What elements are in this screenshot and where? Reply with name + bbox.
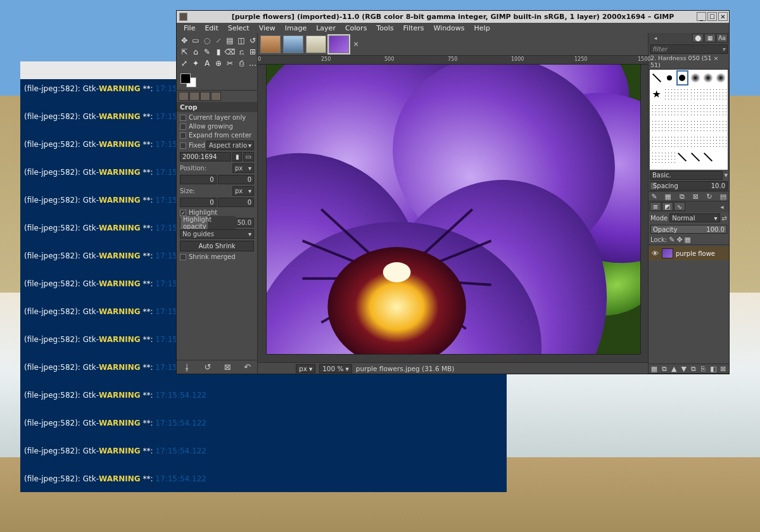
brush-swatch[interactable] [702,134,714,149]
duplicate-brush-icon[interactable]: ⧉ [678,193,687,201]
duplicate-layer-icon[interactable]: ⧉ [689,365,698,373]
menu-select[interactable]: Select [224,23,254,33]
tool-button[interactable]: ◫ [236,35,246,46]
brush-swatch[interactable] [676,86,688,101]
open-brush-icon[interactable]: ▤ [719,193,728,201]
brush-swatch[interactable] [689,118,701,133]
tool-button[interactable]: ✎ [202,47,212,57]
menu-edit[interactable]: Edit [200,23,222,33]
new-group-icon[interactable]: ⧉ [660,365,669,373]
tool-button[interactable]: ✦ [191,58,201,68]
opt-highlight[interactable]: Highlight [180,209,254,216]
doc-thumb[interactable] [306,35,326,53]
doc-thumb-active[interactable] [329,35,349,53]
tool-button[interactable]: ⎙ [236,58,246,68]
brush-swatch[interactable] [676,134,688,149]
tool-button[interactable]: ⊕ [213,58,224,68]
layer-row[interactable]: 👁 purple flowe [649,246,729,260]
maximize-button[interactable]: ☐ [707,12,717,21]
gimp-titlebar[interactable]: [purple flowers] (imported)-11.0 (RGB co… [177,11,729,23]
tool-button[interactable]: … [248,58,258,68]
size-unit-select[interactable]: px▾ [232,186,254,196]
zoom-select[interactable]: 100 % ▾ [319,364,352,373]
brush-swatch[interactable] [702,102,714,117]
opt-shrink-merged[interactable]: Shrink merged [180,253,254,260]
highlight-opacity-value[interactable]: 50.0 [236,219,253,226]
brush-swatch[interactable] [715,149,727,165]
opt-current-layer-only[interactable]: Current layer only [180,114,254,121]
tool-button[interactable]: ✂ [225,58,235,68]
aspect-portrait-button[interactable]: ▮ [232,152,242,162]
tab-patterns-icon[interactable]: ▦ [704,34,716,42]
unit-select[interactable]: px ▾ [296,364,315,373]
tab-thumb[interactable] [200,92,210,101]
size-h-input[interactable]: 0 [218,198,255,207]
doc-thumb[interactable] [283,35,303,53]
brush-swatch[interactable] [663,118,675,133]
edit-brush-icon[interactable]: ✎ [650,193,659,201]
brush-swatch[interactable] [689,70,701,86]
fg-bg-swatch[interactable] [180,73,198,87]
tab-thumb[interactable] [211,92,221,101]
close-tab-button[interactable]: × [352,35,360,53]
tool-button[interactable]: ⤢ [179,58,189,68]
opt-expand-from-center[interactable]: Expand from center [180,132,254,139]
minimize-button[interactable]: _ [697,12,706,21]
tool-button[interactable]: ✥ [179,35,189,46]
menu-layer[interactable]: Layer [312,23,340,33]
menu-tools[interactable]: Tools [372,23,398,33]
tab-layers-icon[interactable]: ≣ [650,202,661,211]
save-options-icon[interactable]: ⭳ [183,362,191,372]
brush-swatch[interactable] [689,86,701,101]
brush-filter-input[interactable]: filter▾ [650,44,728,54]
tab-fonts-icon[interactable]: Aa [716,34,728,42]
brush-swatch[interactable] [715,86,727,101]
brush-swatch[interactable] [702,86,714,101]
aspect-value[interactable]: 2000:1694 [180,152,231,162]
ruler-vertical[interactable] [258,65,267,354]
tab-channels-icon[interactable]: ◩ [662,202,673,211]
tool-button[interactable]: ⇱ [179,47,189,57]
brush-swatch[interactable] [663,149,675,165]
dock-menu-icon[interactable]: ◂ [716,202,728,211]
delete-layer-icon[interactable]: ⊠ [719,365,728,373]
brush-swatch[interactable] [689,102,701,117]
position-unit-select[interactable]: px▾ [232,163,254,173]
lock-pixel-icon[interactable]: ✎ [669,236,674,244]
ruler-horizontal[interactable]: 0250500750100012501500 [258,56,648,65]
layer-thumbnail[interactable] [662,248,673,258]
brush-swatch[interactable] [650,70,662,86]
brush-swatch[interactable] [676,149,688,165]
tab-thumb[interactable] [189,92,200,101]
restore-options-icon[interactable]: ↺ [204,362,211,372]
position-x-input[interactable]: 0 [180,175,217,184]
raise-layer-icon[interactable]: ▲ [669,365,678,373]
menu-filters[interactable]: Filters [398,23,428,33]
brush-swatch[interactable]: ★ [650,86,662,101]
aspect-landscape-button[interactable]: ▭ [243,152,254,162]
opt-allow-growing[interactable]: Allow growing [180,123,254,130]
brush-swatch[interactable] [676,102,688,117]
brush-preset-select[interactable]: Basic. [650,171,723,180]
merge-layer-icon[interactable]: ⎘ [699,365,708,373]
layer-name[interactable]: purple flowe [676,250,715,257]
lock-alpha-icon[interactable]: ▦ [685,236,691,244]
new-layer-icon[interactable]: ▦ [650,365,659,373]
brush-swatch[interactable] [663,86,675,101]
lower-layer-icon[interactable]: ▼ [680,365,688,373]
tool-button[interactable]: ▮ [213,47,224,57]
scrollbar-horizontal[interactable] [267,354,640,362]
position-y-input[interactable]: 0 [218,175,255,184]
blend-mode-select[interactable]: Normal▾ [669,213,719,222]
tool-button[interactable]: ◌ [202,35,212,46]
tool-button[interactable]: ↺ [248,35,258,46]
menu-image[interactable]: Image [281,23,311,33]
brush-swatch[interactable] [676,118,688,133]
brush-swatch[interactable] [702,149,714,165]
opt-fixed[interactable]: Fixed [180,142,205,149]
brush-swatch[interactable] [702,118,714,133]
brush-swatch[interactable] [650,118,662,133]
brush-swatch[interactable] [650,134,662,149]
aspect-mode-select[interactable]: Aspect ratio▾ [206,141,254,150]
reset-options-icon[interactable]: ↶ [244,362,251,372]
